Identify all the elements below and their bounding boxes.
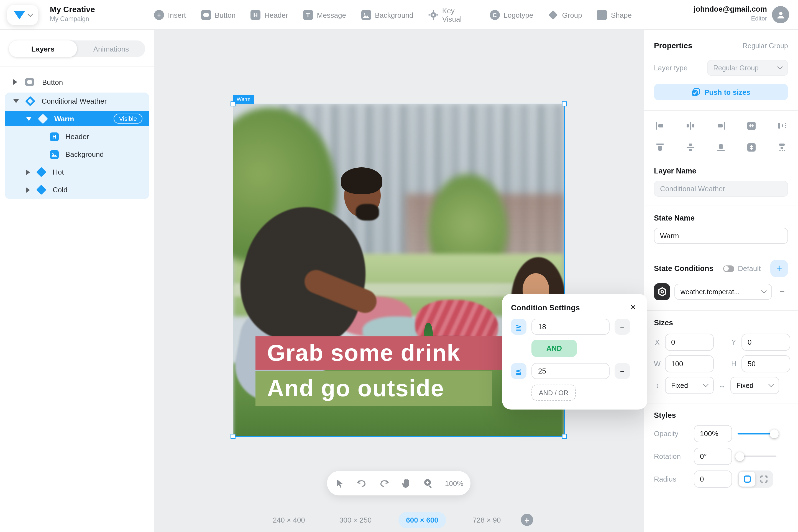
tree-row-warm[interactable]: Warm Visible: [5, 111, 149, 126]
divider: [644, 110, 798, 111]
h-input[interactable]: [741, 355, 790, 373]
headline-band-2[interactable]: And go outside: [255, 371, 492, 406]
close-icon[interactable]: ✕: [628, 302, 639, 312]
size-tab-600x600[interactable]: 600 × 600: [398, 512, 446, 528]
collapse-arrow-icon[interactable]: [26, 117, 32, 120]
app-logo-menu[interactable]: [7, 5, 38, 25]
stretch-horizontal-icon[interactable]: [746, 121, 757, 131]
lte-operator-chip[interactable]: ≦: [511, 363, 527, 379]
layer-type-dropdown[interactable]: Regular Group: [707, 60, 788, 76]
tree-row-conditional-weather[interactable]: Conditional Weather: [5, 93, 149, 108]
tab-layers[interactable]: Layers: [9, 40, 77, 57]
account-role: Editor: [694, 15, 767, 22]
x-input[interactable]: [665, 334, 714, 351]
tool-group[interactable]: Group: [548, 10, 582, 20]
tool-logotype[interactable]: C Logotype: [490, 10, 533, 20]
condition-variable-value: weather.temperat...: [681, 288, 740, 296]
header-layer-icon: H: [50, 132, 59, 141]
cursor-tool-icon[interactable]: [334, 478, 345, 489]
selection-handle-bottom-right[interactable]: [562, 434, 567, 439]
size-tab-240x400[interactable]: 240 × 400: [265, 512, 312, 528]
selection-handle-top-right[interactable]: [562, 101, 567, 107]
state-name-input[interactable]: [654, 228, 788, 244]
tool-label: Message: [317, 11, 346, 19]
add-and-or-button[interactable]: AND / OR: [531, 385, 576, 401]
align-center-horizontal-icon[interactable]: [685, 121, 696, 131]
w-label: W: [654, 360, 661, 368]
tool-message[interactable]: T Message: [303, 10, 346, 20]
data-source-icon[interactable]: [654, 283, 670, 300]
expand-arrow-icon[interactable]: [26, 187, 30, 193]
tool-key-visual[interactable]: Key Visual: [429, 7, 475, 23]
tool-background[interactable]: Background: [361, 10, 413, 20]
tool-label: Group: [562, 11, 582, 19]
expand-arrow-icon[interactable]: [13, 79, 17, 85]
radius-input[interactable]: [694, 471, 732, 488]
tree-row-button[interactable]: Button: [0, 75, 154, 89]
rotation-input[interactable]: [694, 448, 732, 465]
headline-band-1[interactable]: Grab some drink: [255, 336, 516, 369]
selection-state-tag[interactable]: Warm: [233, 95, 254, 103]
width-mode-dropdown[interactable]: Fixed: [730, 377, 779, 394]
align-left-icon[interactable]: [655, 121, 665, 131]
layer-type-label: Layer type: [654, 64, 687, 72]
w-input[interactable]: [665, 355, 714, 373]
y-input[interactable]: [741, 334, 790, 351]
remove-condition-button[interactable]: −: [776, 287, 788, 297]
and-connector-pill[interactable]: AND: [531, 340, 577, 357]
tool-insert[interactable]: + Insert: [154, 10, 186, 20]
campaign-name: My Campaign: [50, 16, 95, 22]
tool-header[interactable]: H Header: [250, 10, 288, 20]
remove-rule-2-button[interactable]: −: [614, 363, 630, 379]
radius-per-corner-option[interactable]: [755, 472, 772, 487]
expand-arrow-icon[interactable]: [26, 169, 30, 175]
hand-tool-icon[interactable]: [401, 478, 412, 489]
align-top-icon[interactable]: [655, 142, 665, 152]
canvas-area[interactable]: Warm: [154, 30, 644, 532]
align-center-vertical-icon[interactable]: [685, 142, 696, 152]
undo-icon[interactable]: [356, 478, 367, 489]
tool-button[interactable]: Button: [201, 10, 235, 20]
top-bar: My Creative My Campaign + Insert Button …: [0, 0, 798, 30]
align-right-icon[interactable]: [716, 121, 726, 131]
tree-row-cold[interactable]: Cold: [5, 182, 149, 197]
redo-icon[interactable]: [379, 478, 390, 489]
default-toggle[interactable]: [723, 265, 734, 272]
condition-value-1-input[interactable]: [531, 319, 610, 335]
remove-rule-1-button[interactable]: −: [614, 319, 630, 335]
rotation-slider[interactable]: [738, 456, 776, 457]
condition-value-2-input[interactable]: [531, 363, 610, 379]
tab-animations[interactable]: Animations: [77, 40, 145, 57]
size-tab-300x250[interactable]: 300 × 250: [332, 512, 379, 528]
tool-shape[interactable]: Shape: [597, 10, 632, 20]
tree-row-header[interactable]: H Header: [5, 129, 149, 144]
layer-label: Background: [65, 150, 104, 158]
selected-group-block: Conditional Weather Warm Visible H Heade…: [5, 93, 149, 199]
zoom-in-icon[interactable]: [423, 478, 434, 489]
distribute-horizontal-icon[interactable]: [777, 121, 787, 131]
avatar[interactable]: [772, 6, 789, 23]
add-size-button[interactable]: +: [521, 514, 533, 526]
selection-handle-top-left[interactable]: [230, 101, 235, 107]
stretch-vertical-icon[interactable]: [746, 142, 757, 152]
radius-uniform-option[interactable]: [739, 472, 755, 487]
layer-name-input[interactable]: [654, 180, 788, 197]
push-to-sizes-button[interactable]: Push to sizes: [654, 84, 788, 100]
condition-variable-dropdown[interactable]: weather.temperat...: [674, 284, 772, 300]
tree-row-hot[interactable]: Hot: [5, 165, 149, 179]
add-condition-button[interactable]: +: [770, 260, 788, 277]
zoom-level[interactable]: 100%: [445, 479, 463, 488]
tree-row-background[interactable]: Background: [5, 147, 149, 162]
collapse-arrow-icon[interactable]: [13, 99, 19, 103]
opacity-slider[interactable]: [738, 433, 776, 435]
visible-badge[interactable]: Visible: [114, 114, 142, 124]
opacity-input[interactable]: [694, 425, 732, 442]
align-bottom-icon[interactable]: [716, 142, 726, 152]
gte-operator-chip[interactable]: ≧: [511, 319, 527, 335]
size-tab-728x90[interactable]: 728 × 90: [465, 512, 509, 528]
selection-handle-bottom-left[interactable]: [230, 434, 235, 439]
height-mode-dropdown[interactable]: Fixed: [665, 377, 714, 394]
logotype-icon: C: [490, 10, 500, 20]
distribute-vertical-icon[interactable]: [777, 142, 787, 152]
layer-label: Cold: [53, 186, 68, 194]
